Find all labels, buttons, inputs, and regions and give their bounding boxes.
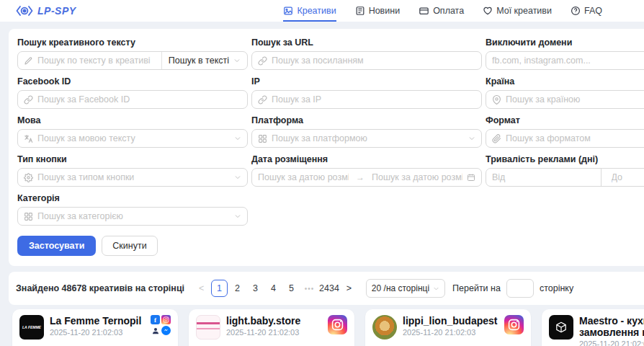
arrow-right-icon: → [353, 172, 367, 182]
avatar [372, 315, 397, 340]
duration-to-input[interactable] [606, 172, 644, 182]
filter-field-date-range: Дата розміщення → [251, 154, 482, 187]
url-input[interactable] [272, 56, 475, 66]
pencil-icon [24, 56, 33, 66]
translate-icon [24, 134, 33, 143]
grid-icon [24, 212, 33, 221]
exclude-domains-input[interactable] [492, 56, 644, 66]
platform-icons [328, 315, 347, 334]
chevron-down-icon [233, 57, 241, 64]
card-title: La Femme Ternopil [50, 315, 145, 327]
format-select[interactable] [486, 129, 644, 148]
filter-actions: Застосувати Скинути [17, 236, 644, 256]
field-label: Формат [486, 115, 644, 125]
nav-item-payment[interactable]: Оплата [419, 0, 464, 22]
card-date: 2025-11-20 21:02:03 [50, 328, 145, 337]
format-input[interactable] [506, 133, 644, 143]
goto-page: Перейти на сторінку [452, 279, 573, 298]
apply-button[interactable]: Застосувати [17, 236, 96, 256]
filter-field-duration: Тривалість реклами (дні) [486, 154, 644, 187]
instagram-icon [504, 315, 524, 334]
ip-input[interactable] [272, 94, 475, 105]
nav-label: Мої креативи [496, 6, 552, 16]
platform-select[interactable] [251, 129, 482, 148]
filter-field-platform: Платформа [251, 115, 482, 148]
facebook-id-input[interactable] [37, 94, 241, 105]
search-mode-value: Пошук в тексті [169, 56, 229, 66]
page-button[interactable]: 3 [247, 280, 264, 297]
button-type-input[interactable] [37, 172, 230, 182]
goto-prefix-label: Перейти на [452, 283, 501, 293]
brand-name: LP-SPY [37, 5, 76, 17]
ip-control [251, 90, 482, 109]
page-button[interactable]: 1 [211, 280, 228, 297]
gear-icon [24, 173, 33, 182]
next-page-icon[interactable]: > [341, 280, 357, 297]
question-circle-icon [571, 6, 581, 16]
button-type-select[interactable] [17, 168, 248, 187]
reset-button[interactable]: Скинути [102, 236, 157, 256]
facebook-icon: f [151, 315, 160, 324]
eye-logo-icon [16, 5, 33, 17]
date-range-picker[interactable]: → [251, 168, 482, 187]
image-icon [283, 6, 293, 16]
prev-page-icon[interactable]: < [193, 280, 210, 297]
nav-label: FAQ [584, 6, 602, 16]
category-input[interactable] [37, 211, 230, 221]
paperclip-icon [492, 134, 501, 143]
goto-page-input[interactable] [506, 279, 534, 298]
field-label: Facebook ID [17, 76, 248, 86]
creative-text-group: Пошук в тексті [17, 51, 248, 70]
category-select[interactable] [17, 207, 248, 226]
creative-text-input[interactable] [37, 56, 156, 66]
creative-card[interactable]: LA FEMME La Femme Ternopil 2025-11-20 21… [12, 309, 178, 346]
date-end-input[interactable] [372, 172, 462, 182]
filter-field-country: Країна [486, 76, 644, 109]
pagination-panel: Знайдено 48678 креативів на сторінці < 1… [9, 272, 644, 305]
country-control [486, 90, 644, 109]
language-select[interactable] [17, 129, 248, 148]
platform-input[interactable] [272, 133, 464, 143]
field-label: Країна [486, 76, 644, 86]
creative-card[interactable]: light.baby.store 2025-11-20 21:02:03 3 d… [189, 309, 354, 346]
field-label: Тип кнопки [17, 154, 248, 164]
page-button[interactable]: 4 [265, 280, 282, 297]
creative-card[interactable]: lippi_lion_budapest 2025-11-20 21:02:03 … [365, 309, 531, 346]
creative-card[interactable]: Maestro - кухні, ме замовлення в Ужго 20… [542, 309, 644, 346]
filter-field-facebook-id: Facebook ID [17, 76, 248, 109]
brand-logo[interactable]: LP-SPY [16, 0, 76, 22]
avatar-text: LA FEMME [22, 325, 41, 330]
page-size-select[interactable]: 20 /на сторінці [366, 279, 445, 298]
card-title: light.baby.store [226, 315, 322, 327]
language-input[interactable] [37, 133, 230, 143]
cube-logo-icon [555, 321, 568, 334]
page-button[interactable]: 5 [283, 280, 300, 297]
nav-item-my-creatives[interactable]: Мої креативи [483, 0, 552, 22]
nav-item-creatives[interactable]: Креативи [283, 0, 336, 22]
filters-panel: Пошук креативного тексту Пошук в тексті … [9, 29, 644, 266]
field-label: Дата розміщення [251, 154, 482, 164]
card-date: 2025-11-20 21:02:03 [579, 340, 644, 346]
page-button[interactable]: 2434 [319, 280, 339, 297]
country-input[interactable] [506, 94, 644, 105]
card-title-line2: замовлення в Ужго [579, 327, 644, 338]
nav-item-news[interactable]: Новини [355, 0, 401, 22]
url-control [251, 51, 482, 70]
filter-field-button-type: Тип кнопки [17, 154, 248, 187]
chevron-down-icon [433, 285, 439, 292]
filter-field-url: Пошук за URL [251, 37, 482, 70]
field-label: IP [251, 76, 482, 86]
duration-from-input[interactable] [486, 172, 596, 182]
field-label: Категорія [17, 193, 248, 203]
pages-ellipsis[interactable]: ••• [301, 280, 318, 297]
search-mode-select[interactable]: Пошук в тексті [161, 52, 247, 69]
field-label: Тривалість реклами (дні) [486, 154, 644, 164]
card-date: 2025-11-20 21:02:03 [226, 328, 322, 337]
nav-label: Новини [369, 6, 401, 16]
page-button[interactable]: 2 [229, 280, 246, 297]
nav-item-faq[interactable]: FAQ [571, 0, 602, 22]
filter-field-category: Категорія [17, 193, 248, 226]
results-count: Знайдено 48678 креативів на сторінці [16, 283, 184, 293]
date-start-input[interactable] [258, 172, 349, 182]
page-size-value: 20 /на сторінці [372, 283, 429, 293]
